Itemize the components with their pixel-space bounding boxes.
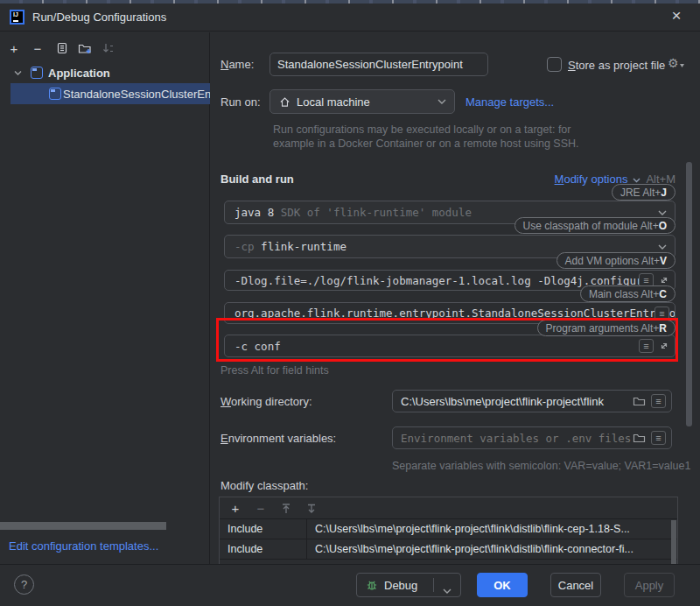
debug-button-label: Debug [384,579,417,592]
copy-configuration-icon[interactable] [54,41,68,55]
expand-field-icon[interactable] [659,341,669,351]
classpath-table: + − Include C:\Users\lbs\me\project\flin… [219,497,678,565]
home-icon [279,96,290,108]
ok-button[interactable]: OK [477,573,528,597]
cp-module-value: flink-runtime [261,240,346,253]
name-input[interactable] [270,58,487,71]
browse-folder-icon[interactable] [633,433,646,444]
sidebar-toolbar: + − [0,38,116,59]
modify-classpath-label: Modify classpath: [220,479,308,492]
jre-value-strong: java 8 [234,206,274,219]
configurations-sidebar: + − Application StandaloneSessionC [0,32,210,564]
classpath-toolbar: + − [220,497,677,519]
gear-icon[interactable]: ⚙ [668,56,684,70]
intellij-logo-icon: IJ [10,10,24,25]
chevron-down-icon[interactable] [14,70,22,75]
jre-hint-badge: JRE Alt+J [612,184,676,201]
cp-prefix: -cp [234,240,261,253]
working-directory-label: Working directory: [220,395,312,408]
jre-value-detail: SDK of 'flink-runtime' module [274,206,472,219]
debug-button[interactable]: Debug [356,573,461,597]
expand-list-icon[interactable]: ≡ [654,307,669,321]
classpath-row-path: C:\Users\lbs\me\project\flink-project\fl… [307,523,630,535]
cancel-button[interactable]: Cancel [550,573,601,597]
program-arguments-hint-badge: Program arguments Alt+R [537,320,676,336]
main-class-hint-badge: Main class Alt+C [580,285,676,302]
run-on-value: Local machine [297,95,370,109]
sort-alphabetically-icon[interactable] [102,41,116,55]
tree-item-label: StandaloneSessionClusterEnt [63,88,210,101]
vm-options-hint-badge: Add VM options Alt+V [556,252,676,269]
classpath-row[interactable]: Include C:\Users\lbs\me\project\flink-pr… [220,539,677,560]
tree-group-label: Application [48,67,110,80]
configuration-form: Name: Store as project file ⚙ Run on: Lo… [210,32,700,564]
classpath-table-scrollbar[interactable] [671,520,676,564]
classpath-row-path: C:\Users\lbs\me\project\flink-project\fl… [307,543,634,555]
sidebar-horizontal-scrollbar[interactable] [0,522,166,530]
run-on-help-line1: Run configurations may be executed local… [273,123,570,136]
dialog-footer: ? Debug OK Cancel Apply [0,564,700,606]
apply-button[interactable]: Apply [624,573,675,597]
run-on-help-line2: example in a Docker Container or on a re… [273,137,578,150]
run-on-label: Run on: [220,95,261,109]
new-folder-icon[interactable] [78,41,92,55]
environment-variables-help: Separate variables with semicolon: VAR=v… [392,460,690,472]
chevron-down-icon [438,99,446,104]
move-up-icon[interactable] [279,501,293,515]
dialog-title: Run/Debug Configurations [32,11,166,24]
store-as-project-file-checkbox[interactable] [547,57,562,72]
dialog-titlebar: IJ Run/Debug Configurations × [0,4,700,32]
application-type-icon [49,88,61,100]
classpath-add-icon[interactable]: + [228,501,242,515]
run-on-select[interactable]: Local machine [270,89,455,114]
edit-configuration-templates-link[interactable]: Edit configuration templates... [9,539,158,553]
classpath-module-hint-badge: Use classpath of module Alt+O [514,217,676,234]
remove-configuration-icon[interactable]: − [31,41,45,55]
chevron-down-icon[interactable] [443,583,452,596]
help-icon[interactable]: ? [14,574,34,595]
tree-group-application[interactable]: Application [0,62,210,83]
classpath-remove-icon[interactable]: − [254,501,268,515]
application-type-icon [31,67,43,79]
name-field[interactable] [270,53,488,76]
classpath-row[interactable]: Include C:\Users\lbs\me\project\flink-pr… [220,519,677,539]
debug-bug-icon [366,579,378,591]
expand-field-icon[interactable] [659,275,669,285]
expand-list-icon[interactable]: ≡ [639,339,654,353]
main-vertical-scrollbar[interactable] [686,162,692,426]
expand-list-icon[interactable]: ≡ [651,431,666,445]
working-directory-value: C:\Users\lbs\me\project\flink-project\fl… [401,395,604,408]
classpath-row-type: Include [220,519,307,539]
store-as-project-file-label: Store as project file [568,59,665,72]
split-divider [433,578,434,592]
close-icon[interactable]: × [666,5,687,26]
program-arguments-value: -c conf [234,340,281,353]
move-down-icon[interactable] [304,501,318,515]
environment-variables-input[interactable] [393,432,671,445]
program-arguments-field[interactable]: -c conf ≡ [224,335,676,357]
chevron-down-icon [658,210,667,215]
manage-targets-link[interactable]: Manage targets... [466,95,554,109]
main-class-value: org.apache.flink.runtime.entrypoint.Stan… [234,307,676,320]
add-configuration-icon[interactable]: + [7,41,21,55]
working-directory-field[interactable]: C:\Users\lbs\me\project\flink-project\fl… [392,390,672,412]
name-label: Name: [220,58,254,71]
build-and-run-header: Build and run [220,173,294,186]
expand-list-icon[interactable]: ≡ [651,394,666,408]
chevron-down-icon [658,244,667,250]
press-alt-hint: Press Alt for field hints [220,364,329,377]
browse-folder-icon[interactable] [633,396,646,407]
classpath-row-type: Include [220,539,307,559]
environment-variables-label: Environment variables: [220,432,336,445]
tree-item-selected-configuration[interactable]: StandaloneSessionClusterEnt [0,83,210,104]
environment-variables-field[interactable]: ≡ [392,426,672,449]
